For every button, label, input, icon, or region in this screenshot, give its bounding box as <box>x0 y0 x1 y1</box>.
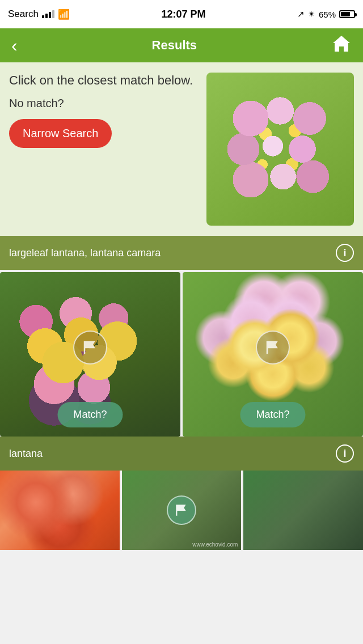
bluetooth-icon: ✴ <box>308 9 315 19</box>
result-header-2: lantana i <box>9 444 354 463</box>
bottom-flag-overlay[interactable] <box>167 495 196 525</box>
info-button-2[interactable]: i <box>336 444 354 463</box>
location-icon: ↗ <box>297 9 305 19</box>
narrow-search-button[interactable]: Narrow Search <box>9 119 112 148</box>
nav-title: Results <box>152 38 197 53</box>
result-name-2: lantana <box>9 448 336 460</box>
result-image-1-left[interactable]: Match? <box>0 272 180 437</box>
status-right: ↗ ✴ 65% <box>297 9 355 19</box>
result-section-1: largeleaf lantana, lantana camara i <box>0 236 363 270</box>
result-name-1: largeleaf lantana, lantana camara <box>9 247 336 259</box>
match-button-1[interactable]: Match? <box>57 402 123 427</box>
result-image-strip-2: www.echovid.com <box>0 471 363 550</box>
status-bar: Search 📶 12:07 PM ↗ ✴ 65% <box>0 0 363 28</box>
signal-bar-1 <box>42 15 44 18</box>
status-time: 12:07 PM <box>161 9 205 20</box>
signal-bar-2 <box>45 14 48 18</box>
result-image-1-right[interactable]: Match? <box>183 272 363 437</box>
nav-bar: ‹ Results <box>0 28 363 62</box>
top-section: Click on the closest match below. No mat… <box>0 62 363 236</box>
battery-fill <box>341 12 350 16</box>
top-left-content: Click on the closest match below. No mat… <box>9 73 197 148</box>
carrier-label: Search <box>8 9 39 20</box>
signal-bar-4 <box>52 10 54 18</box>
bottom-image-center[interactable]: www.echovid.com <box>122 471 242 550</box>
bottom-image-left[interactable] <box>0 471 120 550</box>
result-header-1: largeleaf lantana, lantana camara i <box>9 244 354 262</box>
query-flower-image <box>206 73 354 226</box>
no-match-text: No match? <box>9 97 197 110</box>
signal-bars <box>42 10 54 18</box>
match-button-2[interactable]: Match? <box>240 402 305 427</box>
battery-percent: 65% <box>319 10 336 19</box>
flag-overlay-right[interactable] <box>256 331 290 365</box>
battery-icon <box>339 10 355 18</box>
flag-icon-right <box>264 339 281 356</box>
result-image-grid-1: Match? Match? <box>0 270 363 437</box>
watermark: www.echovid.com <box>192 541 238 548</box>
wifi-icon: 📶 <box>58 9 70 20</box>
flag-overlay-left[interactable] <box>73 331 107 365</box>
bottom-image-right[interactable] <box>243 471 363 550</box>
status-left: Search 📶 <box>8 9 70 20</box>
back-button[interactable]: ‹ <box>11 36 18 54</box>
bottom-flag-icon <box>174 503 189 518</box>
signal-bar-3 <box>49 12 51 18</box>
result-section-2: lantana i <box>0 437 363 471</box>
home-button[interactable] <box>331 35 352 57</box>
info-button-1[interactable]: i <box>336 244 354 262</box>
query-image <box>206 73 354 226</box>
instructions-text: Click on the closest match below. <box>9 73 197 89</box>
flag-icon-left <box>82 339 99 356</box>
